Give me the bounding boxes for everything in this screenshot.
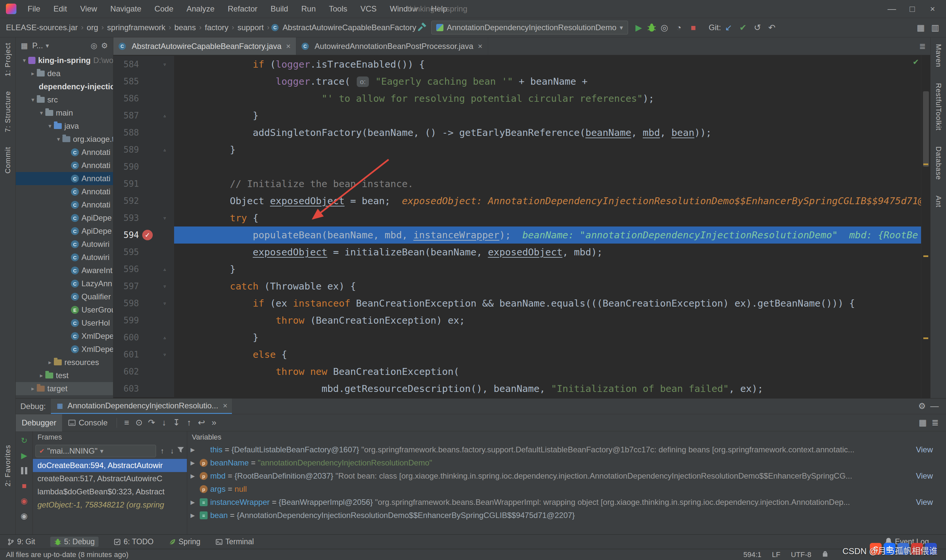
expand-icon[interactable]: ▶ bbox=[191, 473, 200, 480]
inspections-ok-icon[interactable]: ✔ bbox=[913, 57, 918, 66]
expand-icon[interactable]: ▶ bbox=[191, 499, 200, 506]
code-line[interactable]: 602 throw new BeanCreationException( bbox=[113, 363, 930, 380]
step-out-icon[interactable]: ↑ bbox=[183, 417, 195, 429]
variable-row[interactable]: ▶≡instanceWrapper = {BeanWrapperImpl@205… bbox=[187, 496, 946, 509]
expand-icon[interactable]: ▶ bbox=[191, 512, 200, 519]
stack-frame[interactable]: getObject:-1, 758348212 (org.spring bbox=[33, 498, 187, 511]
tool-window-button-git[interactable]: 9: Git bbox=[7, 537, 35, 546]
code-text[interactable]: throw new BeanCreationException( bbox=[174, 363, 930, 380]
menu-navigate[interactable]: Navigate bbox=[104, 0, 148, 18]
breakpoint-icon[interactable]: ✓ bbox=[142, 230, 153, 240]
menu-run[interactable]: Run bbox=[295, 0, 322, 18]
tree-item[interactable]: ▾java bbox=[16, 120, 113, 132]
code-text[interactable]: else { bbox=[174, 346, 930, 363]
scrollbar-thumb[interactable] bbox=[923, 91, 929, 167]
code-line[interactable]: 592 Object exposedObject = bean; exposed… bbox=[113, 192, 930, 209]
tree-item[interactable]: CAnnotati bbox=[16, 185, 113, 198]
chevron-right-icon[interactable]: ▸ bbox=[29, 70, 37, 77]
hide-icon[interactable]: — bbox=[928, 400, 941, 412]
history-icon[interactable]: ↺ bbox=[751, 22, 764, 34]
warning-stripe-mark[interactable] bbox=[923, 337, 928, 339]
code-line[interactable]: 591 // Initialize the bean instance. bbox=[113, 175, 930, 192]
variable-row[interactable]: pargs = null bbox=[187, 483, 946, 496]
tree-item[interactable]: CApiDepe bbox=[16, 225, 113, 238]
debug-session-tab[interactable]: ▦ AnnotationDependencyInjectionResolutio… bbox=[51, 398, 232, 414]
chevron-right-icon[interactable]: ▸ bbox=[37, 372, 45, 379]
stack-frame[interactable]: doCreateBean:594, AbstractAutowir bbox=[33, 459, 187, 472]
code-text[interactable]: addSingletonFactory(beanName, () -> getE… bbox=[174, 124, 930, 141]
layout-icon[interactable]: ▦ bbox=[914, 22, 927, 34]
view-breakpoints-icon[interactable]: ◉ bbox=[19, 496, 29, 506]
menu-file[interactable]: File bbox=[21, 0, 47, 18]
run-icon[interactable]: ▶ bbox=[633, 22, 645, 34]
code-text[interactable]: Object exposedObject = bean; exposedObje… bbox=[174, 192, 930, 209]
project-header-label[interactable]: P... bbox=[32, 41, 43, 50]
show-execution-point-icon[interactable]: ⊙ bbox=[133, 417, 145, 429]
rollback-icon[interactable]: ↶ bbox=[766, 22, 778, 34]
hide-windows-icon[interactable]: ▥ bbox=[929, 22, 941, 34]
tree-item[interactable]: CXmlDepe bbox=[16, 343, 113, 356]
funnel-icon[interactable] bbox=[177, 446, 184, 453]
tab-console[interactable]: Console bbox=[62, 414, 113, 431]
tree-item[interactable]: CAutowiri bbox=[16, 251, 113, 264]
close-button[interactable]: × bbox=[922, 4, 943, 14]
code-line[interactable]: 598▿ if (ex instanceof BeanCreationExcep… bbox=[113, 295, 930, 312]
locate-file-icon[interactable]: ◎ bbox=[89, 40, 99, 51]
code-line[interactable]: 590 bbox=[113, 158, 930, 175]
stack-frame[interactable]: lambda$doGetBean$0:323, Abstract bbox=[33, 485, 187, 498]
step-into-icon[interactable]: ↓ bbox=[158, 417, 170, 429]
breadcrumb-item[interactable]: beans bbox=[173, 23, 197, 32]
maximize-button[interactable]: □ bbox=[902, 4, 922, 14]
code-line[interactable]: 586 "' to allow for resolving potential … bbox=[113, 90, 930, 107]
code-text[interactable]: exposedObject = initializeBean(beanName,… bbox=[174, 243, 930, 261]
tool-window-button-terminal[interactable]: Terminal bbox=[216, 537, 254, 546]
run-to-cursor-icon[interactable]: » bbox=[208, 417, 220, 429]
variable-row[interactable]: ▶≡bean = {AnnotationDependencyInjectionR… bbox=[187, 509, 946, 522]
tool-window-button-todo[interactable]: 6: TODO bbox=[114, 537, 153, 546]
tree-item[interactable]: ▸dea bbox=[16, 67, 113, 80]
breadcrumb-item[interactable]: ELEASE-sources.jar bbox=[5, 23, 79, 32]
code-text[interactable]: } bbox=[174, 107, 930, 124]
chevron-down-icon[interactable]: ▾ bbox=[54, 135, 62, 143]
tab-close-icon[interactable]: × bbox=[478, 42, 482, 51]
code-text[interactable]: catch (Throwable ex) { bbox=[174, 278, 930, 295]
code-text[interactable]: "' to allow for resolving potential circ… bbox=[174, 90, 930, 107]
run-config-selector[interactable]: AnnotationDependencyInjectionResolutionD… bbox=[431, 21, 628, 34]
tool-window-button-structure[interactable]: 7: Structure bbox=[4, 91, 12, 132]
menu-vcs[interactable]: VCS bbox=[354, 0, 383, 18]
code-text[interactable]: if (ex instanceof BeanCreationException … bbox=[174, 295, 930, 312]
settings-icon[interactable]: ≣ bbox=[929, 417, 941, 429]
tree-item[interactable]: CLazyAnn bbox=[16, 277, 113, 290]
breadcrumb-item[interactable]: org bbox=[85, 23, 100, 32]
tree-item[interactable]: CXmlDepe bbox=[16, 329, 113, 343]
chevron-right-icon[interactable]: ▸ bbox=[46, 359, 54, 366]
tab-close-icon[interactable]: × bbox=[286, 42, 291, 51]
tree-item[interactable]: EUserGrou bbox=[16, 303, 113, 317]
breadcrumb-item[interactable]: support bbox=[236, 23, 265, 32]
tab-options-icon[interactable]: ≣ bbox=[919, 37, 930, 55]
mute-breakpoints-icon[interactable]: ◉ bbox=[19, 511, 29, 521]
tree-item[interactable]: ▾src bbox=[16, 93, 113, 106]
breadcrumb-item[interactable]: AbstractAutowireCapableBeanFactory bbox=[281, 23, 418, 32]
restore-layout-icon[interactable]: ≡ bbox=[120, 417, 133, 429]
breadcrumb-item[interactable]: springframework bbox=[106, 23, 166, 32]
step-over-icon[interactable]: ↷ bbox=[145, 417, 158, 429]
down-icon[interactable]: ↓ bbox=[167, 446, 177, 456]
minimize-button[interactable]: — bbox=[881, 4, 902, 14]
chevron-down-icon[interactable]: ▾ bbox=[20, 57, 28, 64]
tool-window-button-spring[interactable]: Spring bbox=[169, 537, 200, 546]
settings-gear-icon[interactable]: ⚙ bbox=[99, 40, 110, 51]
variable-row[interactable]: ▶pbeanName = "annotationDependencyInject… bbox=[187, 456, 946, 469]
code-line[interactable]: 589▵ } bbox=[113, 141, 930, 158]
code-line[interactable]: 594✓ populateBean(beanName, mbd, instanc… bbox=[113, 226, 930, 243]
tool-window-button-database[interactable]: Database bbox=[934, 146, 943, 180]
code-text[interactable] bbox=[174, 158, 930, 175]
caret-position-widget[interactable]: 594:1 bbox=[743, 551, 761, 559]
expand-icon[interactable]: ▶ bbox=[191, 446, 200, 453]
tree-item[interactable]: CQualifier bbox=[16, 290, 113, 303]
coverage-icon[interactable]: ◎ bbox=[658, 22, 671, 34]
code-text[interactable]: try { bbox=[174, 209, 930, 226]
tool-window-button-restfultoolkit[interactable]: RestfulToolkit bbox=[934, 83, 943, 131]
menu-view[interactable]: View bbox=[74, 0, 104, 18]
chevron-down-icon[interactable]: ▾ bbox=[37, 109, 45, 117]
